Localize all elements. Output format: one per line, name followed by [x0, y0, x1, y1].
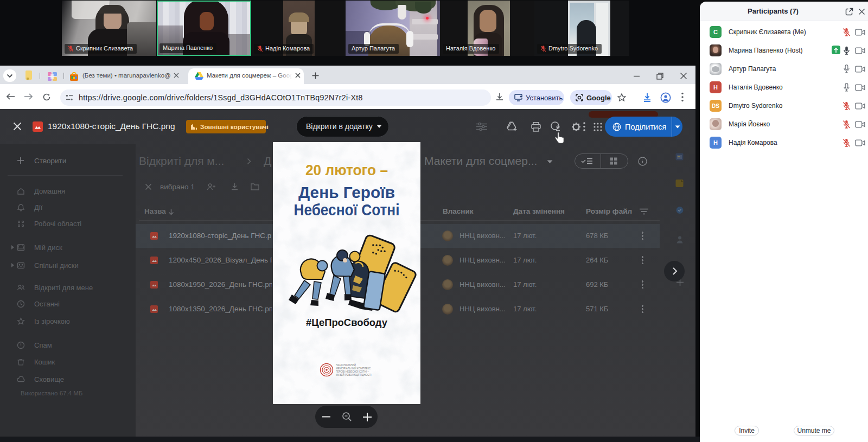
svg-text:Небесної Сотні: Небесної Сотні	[294, 201, 400, 219]
svg-text:20 лютого –: 20 лютого –	[305, 162, 388, 178]
svg-text:День Героїв: День Героїв	[298, 183, 395, 201]
svg-text:#ЦеПроСвободу: #ЦеПроСвободу	[306, 317, 387, 328]
svg-text:ГЕРОЇВ НЕБЕСНОЇ СОТНІ –: ГЕРОЇВ НЕБЕСНОЇ СОТНІ –	[336, 370, 369, 373]
svg-text:НАЦІОНАЛЬНИЙ: НАЦІОНАЛЬНИЙ	[336, 363, 356, 367]
svg-text:МУЗЕЙ РЕВОЛЮЦІЇ ГІДНОСТІ: МУЗЕЙ РЕВОЛЮЦІЇ ГІДНОСТІ	[336, 373, 372, 376]
svg-text:МЕМОРІАЛЬНИЙ КОМПЛЕКС: МЕМОРІАЛЬНИЙ КОМПЛЕКС	[336, 366, 371, 370]
